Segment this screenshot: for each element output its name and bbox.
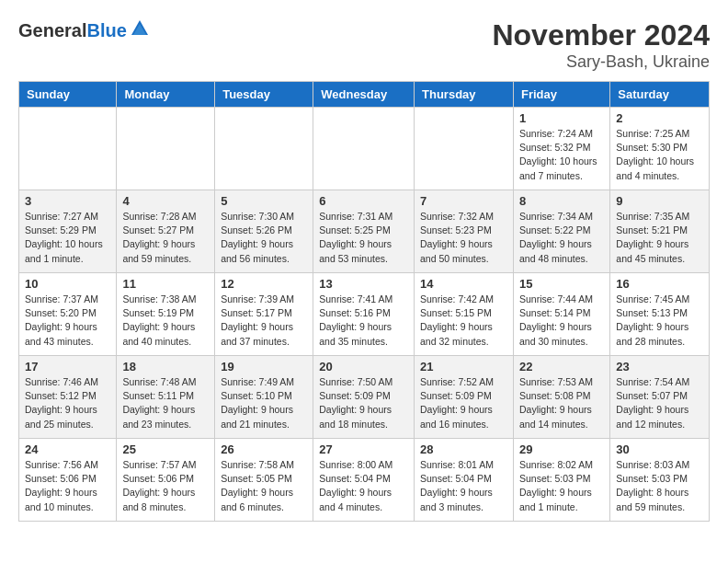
- calendar-week-row: 24Sunrise: 7:56 AM Sunset: 5:06 PM Dayli…: [19, 439, 710, 522]
- page-header: GeneralBlue November 2024 Sary-Bash, Ukr…: [18, 18, 710, 72]
- logo-icon: [130, 18, 150, 42]
- calendar-week-row: 10Sunrise: 7:37 AM Sunset: 5:20 PM Dayli…: [19, 273, 710, 356]
- calendar-week-row: 17Sunrise: 7:46 AM Sunset: 5:12 PM Dayli…: [19, 356, 710, 439]
- day-number: 26: [221, 442, 307, 456]
- weekday-header: Sunday: [19, 82, 117, 108]
- logo-general: General: [18, 20, 86, 40]
- day-number: 28: [420, 442, 507, 456]
- title-block: November 2024 Sary-Bash, Ukraine: [492, 18, 710, 72]
- day-number: 6: [319, 194, 408, 208]
- logo: GeneralBlue: [18, 18, 150, 42]
- calendar-day-cell: [313, 108, 415, 190]
- calendar-day-cell: 2Sunrise: 7:25 AM Sunset: 5:30 PM Daylig…: [610, 108, 710, 190]
- weekday-header-row: SundayMondayTuesdayWednesdayThursdayFrid…: [19, 82, 710, 108]
- calendar-day-cell: 13Sunrise: 7:41 AM Sunset: 5:16 PM Dayli…: [313, 273, 415, 356]
- calendar-day-cell: 7Sunrise: 7:32 AM Sunset: 5:23 PM Daylig…: [415, 190, 514, 273]
- calendar-day-cell: [117, 108, 215, 190]
- day-number: 11: [122, 277, 209, 291]
- day-number: 16: [616, 277, 703, 291]
- weekday-header: Thursday: [415, 82, 514, 108]
- logo-blue: Blue: [86, 20, 126, 40]
- day-number: 30: [616, 442, 703, 456]
- day-number: 5: [221, 194, 307, 208]
- calendar-day-cell: 8Sunrise: 7:34 AM Sunset: 5:22 PM Daylig…: [513, 190, 609, 273]
- calendar-day-cell: 14Sunrise: 7:42 AM Sunset: 5:15 PM Dayli…: [415, 273, 514, 356]
- calendar-day-cell: 25Sunrise: 7:57 AM Sunset: 5:06 PM Dayli…: [117, 439, 215, 522]
- calendar-day-cell: [415, 108, 514, 190]
- calendar-day-cell: 20Sunrise: 7:50 AM Sunset: 5:09 PM Dayli…: [313, 356, 415, 439]
- day-number: 25: [122, 442, 209, 456]
- day-info: Sunrise: 7:30 AM Sunset: 5:26 PM Dayligh…: [221, 210, 307, 266]
- calendar-day-cell: 17Sunrise: 7:46 AM Sunset: 5:12 PM Dayli…: [19, 356, 117, 439]
- calendar-table: SundayMondayTuesdayWednesdayThursdayFrid…: [18, 81, 710, 522]
- day-number: 22: [519, 360, 604, 373]
- day-number: 13: [319, 277, 408, 291]
- day-number: 20: [319, 360, 408, 373]
- day-info: Sunrise: 7:35 AM Sunset: 5:21 PM Dayligh…: [616, 210, 703, 266]
- calendar-day-cell: 3Sunrise: 7:27 AM Sunset: 5:29 PM Daylig…: [19, 190, 117, 273]
- weekday-header: Monday: [117, 82, 215, 108]
- calendar-day-cell: 27Sunrise: 8:00 AM Sunset: 5:04 PM Dayli…: [313, 439, 415, 522]
- day-info: Sunrise: 7:50 AM Sunset: 5:09 PM Dayligh…: [319, 375, 408, 431]
- calendar-day-cell: 26Sunrise: 7:58 AM Sunset: 5:05 PM Dayli…: [215, 439, 313, 522]
- day-info: Sunrise: 8:01 AM Sunset: 5:04 PM Dayligh…: [420, 458, 507, 514]
- day-number: 17: [25, 360, 110, 373]
- weekday-header: Wednesday: [313, 82, 415, 108]
- calendar-day-cell: 15Sunrise: 7:44 AM Sunset: 5:14 PM Dayli…: [513, 273, 609, 356]
- day-number: 24: [25, 442, 110, 456]
- calendar-day-cell: 21Sunrise: 7:52 AM Sunset: 5:09 PM Dayli…: [415, 356, 514, 439]
- calendar-day-cell: 30Sunrise: 8:03 AM Sunset: 5:03 PM Dayli…: [610, 439, 710, 522]
- day-info: Sunrise: 7:56 AM Sunset: 5:06 PM Dayligh…: [25, 458, 110, 514]
- day-info: Sunrise: 7:41 AM Sunset: 5:16 PM Dayligh…: [319, 293, 408, 349]
- day-info: Sunrise: 7:45 AM Sunset: 5:13 PM Dayligh…: [616, 293, 703, 349]
- calendar-day-cell: 18Sunrise: 7:48 AM Sunset: 5:11 PM Dayli…: [117, 356, 215, 439]
- calendar-day-cell: [215, 108, 313, 190]
- day-info: Sunrise: 7:44 AM Sunset: 5:14 PM Dayligh…: [519, 293, 604, 349]
- day-number: 19: [221, 360, 307, 373]
- calendar-day-cell: 5Sunrise: 7:30 AM Sunset: 5:26 PM Daylig…: [215, 190, 313, 273]
- calendar-week-row: 3Sunrise: 7:27 AM Sunset: 5:29 PM Daylig…: [19, 190, 710, 273]
- day-info: Sunrise: 7:24 AM Sunset: 5:32 PM Dayligh…: [519, 127, 604, 183]
- calendar-day-cell: 22Sunrise: 7:53 AM Sunset: 5:08 PM Dayli…: [513, 356, 609, 439]
- calendar-day-cell: 1Sunrise: 7:24 AM Sunset: 5:32 PM Daylig…: [513, 108, 609, 190]
- day-number: 8: [519, 194, 604, 208]
- day-info: Sunrise: 7:32 AM Sunset: 5:23 PM Dayligh…: [420, 210, 507, 266]
- calendar-day-cell: 16Sunrise: 7:45 AM Sunset: 5:13 PM Dayli…: [610, 273, 710, 356]
- calendar-day-cell: 11Sunrise: 7:38 AM Sunset: 5:19 PM Dayli…: [117, 273, 215, 356]
- calendar-day-cell: 23Sunrise: 7:54 AM Sunset: 5:07 PM Dayli…: [610, 356, 710, 439]
- day-number: 9: [616, 194, 703, 208]
- calendar-day-cell: 6Sunrise: 7:31 AM Sunset: 5:25 PM Daylig…: [313, 190, 415, 273]
- day-number: 27: [319, 442, 408, 456]
- day-info: Sunrise: 7:58 AM Sunset: 5:05 PM Dayligh…: [221, 458, 307, 514]
- page-title: November 2024: [492, 18, 710, 52]
- day-info: Sunrise: 8:00 AM Sunset: 5:04 PM Dayligh…: [319, 458, 408, 514]
- day-number: 23: [616, 360, 703, 373]
- day-info: Sunrise: 8:02 AM Sunset: 5:03 PM Dayligh…: [519, 458, 604, 514]
- day-number: 10: [25, 277, 110, 291]
- day-number: 1: [519, 111, 604, 125]
- day-number: 4: [122, 194, 209, 208]
- day-info: Sunrise: 7:52 AM Sunset: 5:09 PM Dayligh…: [420, 375, 507, 431]
- day-info: Sunrise: 7:38 AM Sunset: 5:19 PM Dayligh…: [122, 293, 209, 349]
- calendar-day-cell: 9Sunrise: 7:35 AM Sunset: 5:21 PM Daylig…: [610, 190, 710, 273]
- calendar-day-cell: 28Sunrise: 8:01 AM Sunset: 5:04 PM Dayli…: [415, 439, 514, 522]
- day-number: 18: [122, 360, 209, 373]
- calendar-day-cell: 19Sunrise: 7:49 AM Sunset: 5:10 PM Dayli…: [215, 356, 313, 439]
- day-number: 14: [420, 277, 507, 291]
- calendar-day-cell: 12Sunrise: 7:39 AM Sunset: 5:17 PM Dayli…: [215, 273, 313, 356]
- calendar-day-cell: 24Sunrise: 7:56 AM Sunset: 5:06 PM Dayli…: [19, 439, 117, 522]
- day-info: Sunrise: 7:37 AM Sunset: 5:20 PM Dayligh…: [25, 293, 110, 349]
- day-number: 3: [25, 194, 110, 208]
- day-info: Sunrise: 7:46 AM Sunset: 5:12 PM Dayligh…: [25, 375, 110, 431]
- day-info: Sunrise: 7:31 AM Sunset: 5:25 PM Dayligh…: [319, 210, 408, 266]
- day-number: 21: [420, 360, 507, 373]
- day-info: Sunrise: 7:39 AM Sunset: 5:17 PM Dayligh…: [221, 293, 307, 349]
- calendar-day-cell: 29Sunrise: 8:02 AM Sunset: 5:03 PM Dayli…: [513, 439, 609, 522]
- day-info: Sunrise: 7:49 AM Sunset: 5:10 PM Dayligh…: [221, 375, 307, 431]
- day-info: Sunrise: 7:57 AM Sunset: 5:06 PM Dayligh…: [122, 458, 209, 514]
- day-info: Sunrise: 7:48 AM Sunset: 5:11 PM Dayligh…: [122, 375, 209, 431]
- weekday-header: Tuesday: [215, 82, 313, 108]
- day-info: Sunrise: 7:34 AM Sunset: 5:22 PM Dayligh…: [519, 210, 604, 266]
- calendar-day-cell: 4Sunrise: 7:28 AM Sunset: 5:27 PM Daylig…: [117, 190, 215, 273]
- day-info: Sunrise: 7:27 AM Sunset: 5:29 PM Dayligh…: [25, 210, 110, 266]
